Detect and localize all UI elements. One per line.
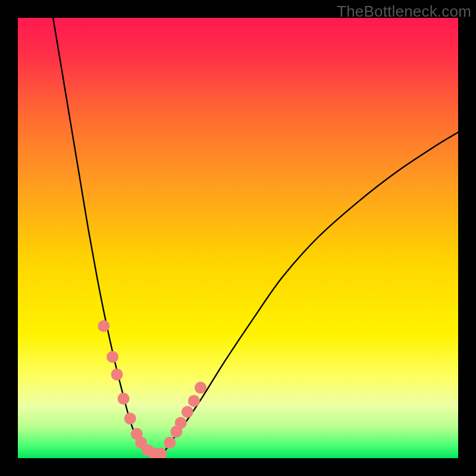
marker-dot (195, 382, 206, 394)
gradient-background (18, 18, 458, 458)
marker-dot (164, 437, 176, 449)
watermark-text: TheBottleneck.com (337, 2, 471, 21)
chart-frame: TheBottleneck.com (0, 0, 476, 476)
marker-dot (107, 351, 118, 363)
marker-dot (118, 393, 130, 405)
marker-dot (111, 368, 123, 380)
marker-dot (188, 395, 200, 407)
marker-dot (175, 417, 187, 429)
bottleneck-plot (18, 18, 458, 458)
marker-dot (181, 406, 193, 418)
marker-dot (98, 320, 109, 332)
marker-dot (124, 412, 136, 424)
